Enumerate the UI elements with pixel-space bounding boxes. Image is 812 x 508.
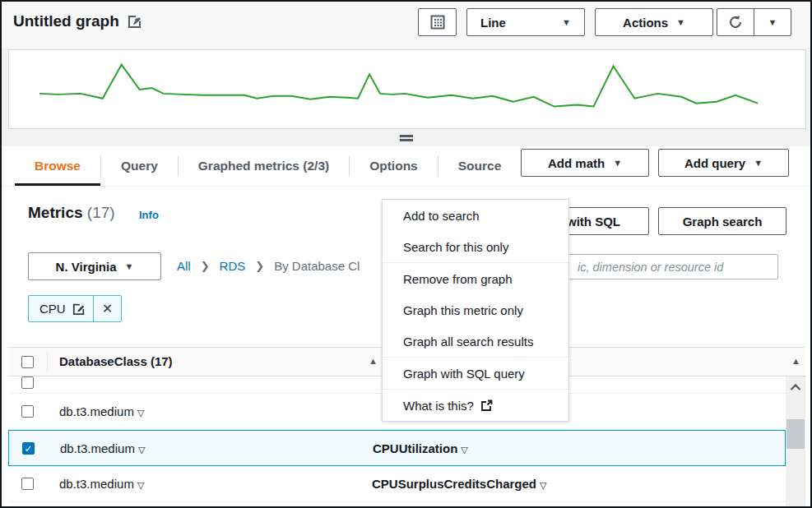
graph-search-label: Graph search — [683, 215, 763, 229]
chart-resize-handle[interactable] — [400, 135, 413, 142]
with-sql-label: with SQL — [567, 215, 620, 229]
breadcrumb-current: By Database Cl — [274, 259, 360, 273]
cell-database-class[interactable]: db.t3.medium▽ — [60, 441, 373, 455]
metric-context-menu: Add to searchSearch for this onlyRemove … — [382, 199, 569, 422]
chevron-right-icon: ❯ — [255, 260, 264, 272]
cloudwatch-metrics-window: Untitled graph Line ▼ Actions ▼ ▼ Browse… — [0, 0, 812, 508]
breadcrumb-rds[interactable]: RDS — [220, 259, 246, 273]
menu-item-remove-from-graph[interactable]: Remove from graph — [383, 263, 568, 294]
chevron-down-icon: ▼ — [768, 17, 777, 27]
table-row[interactable]: db.t3.medium▽CPUSurplusCreditsCharged▽ — [8, 466, 786, 502]
info-link[interactable]: Info — [139, 209, 159, 221]
external-link-icon — [480, 399, 493, 412]
tab-graphed-metrics-2-3[interactable]: Graphed metrics (2/3) — [179, 146, 349, 186]
row-checkbox[interactable] — [21, 376, 34, 389]
metrics-count: (17) — [87, 204, 115, 221]
breadcrumb-all[interactable]: All — [177, 259, 191, 273]
menu-item-graph-with-sql-query[interactable]: Graph with SQL query — [383, 358, 568, 389]
menu-item-graph-this-metric-only[interactable]: Graph this metric only — [383, 294, 568, 326]
refresh-button[interactable] — [717, 8, 754, 36]
breadcrumb: All ❯ RDS ❯ By Database Cl — [177, 259, 360, 273]
tab-list: BrowseQueryGraphed metrics (2/3)OptionsS… — [15, 146, 521, 186]
actions-button[interactable]: Actions ▼ — [595, 8, 713, 36]
cell-dropdown-icon[interactable]: ▽ — [137, 408, 144, 418]
metrics-heading: Metrics (17) — [28, 204, 115, 222]
remove-filter-icon[interactable]: ✕ — [94, 301, 121, 316]
row-checkbox[interactable] — [21, 405, 34, 418]
menu-item-label: Remove from graph — [403, 272, 513, 286]
chevron-right-icon: ❯ — [201, 260, 210, 272]
cell-database-class[interactable]: db.t3.medium▽ — [59, 477, 372, 491]
cell-metric-name[interactable]: CPUUtilization▽ — [373, 441, 468, 455]
number-widget-button[interactable] — [418, 8, 457, 36]
edit-title-icon[interactable] — [128, 14, 142, 29]
filter-pill-cpu: CPU ✕ — [28, 295, 122, 322]
chevron-down-icon: ▼ — [754, 158, 763, 168]
menu-item-add-to-search[interactable]: Add to search — [383, 200, 568, 231]
graph-type-select[interactable]: Line ▼ — [466, 8, 585, 36]
tab-browse[interactable]: Browse — [15, 146, 100, 186]
add-math-label: Add math — [548, 156, 605, 170]
scroll-up-icon[interactable] — [786, 381, 805, 393]
sort-asc-icon[interactable]: ▲ — [791, 356, 800, 366]
cell-dropdown-icon[interactable]: ▽ — [137, 480, 144, 490]
metric-line-chart[interactable] — [8, 49, 806, 129]
cell-database-class[interactable]: db.t3.medium▽ — [59, 404, 372, 418]
search-input[interactable] — [568, 254, 778, 279]
refresh-icon — [727, 14, 744, 30]
chevron-down-icon: ▼ — [125, 261, 134, 271]
add-math-button[interactable]: Add math ▼ — [521, 149, 649, 177]
menu-item-label: Graph all search results — [403, 335, 533, 349]
select-all-checkbox[interactable] — [21, 356, 34, 368]
grid-icon — [430, 15, 445, 30]
tab-query[interactable]: Query — [101, 146, 178, 186]
metric-name-value: CPUSurplusCreditsCharged — [372, 477, 536, 491]
cell-dropdown-icon[interactable]: ▽ — [540, 480, 546, 490]
add-query-label: Add query — [684, 156, 745, 170]
tab-options[interactable]: Options — [350, 146, 438, 186]
metrics-heading-text: Metrics — [28, 204, 83, 221]
menu-item-label: Search for this only — [403, 240, 508, 254]
menu-item-graph-all-search-results[interactable]: Graph all search results — [383, 326, 568, 357]
graph-title: Untitled graph — [13, 12, 119, 30]
region-value: N. Virginia — [56, 260, 117, 274]
cell-metric-name[interactable]: CPUSurplusCreditsCharged▽ — [372, 477, 547, 491]
menu-item-search-for-this-only[interactable]: Search for this only — [383, 231, 568, 262]
graph-search-button[interactable]: Graph search — [658, 207, 786, 235]
chevron-down-icon: ▼ — [562, 17, 571, 27]
menu-item-label: Graph with SQL query — [403, 367, 525, 381]
top-bar: Untitled graph Line ▼ Actions ▼ ▼ — [2, 2, 810, 48]
add-query-button[interactable]: Add query ▼ — [658, 149, 789, 177]
edit-filter-icon[interactable] — [72, 302, 86, 316]
database-class-value: db.t3.medium — [60, 441, 135, 455]
region-select[interactable]: N. Virginia ▼ — [28, 252, 161, 280]
cell-dropdown-icon[interactable]: ▽ — [461, 445, 467, 455]
actions-label: Actions — [623, 16, 668, 30]
database-class-value: db.t3.medium — [59, 477, 134, 491]
menu-item-what-is-this[interactable]: What is this? — [383, 390, 568, 421]
chevron-down-icon: ▼ — [676, 17, 685, 27]
chevron-down-icon: ▼ — [613, 158, 622, 168]
metric-name-value: CPUUtilization — [373, 441, 457, 455]
column-divider — [47, 351, 48, 372]
menu-item-label: Add to search — [403, 209, 480, 223]
column-header-databaseclass[interactable]: DatabaseClass (17) — [59, 354, 173, 368]
menu-item-label: Graph this metric only — [403, 303, 523, 317]
filter-pill-label: CPU — [29, 302, 72, 316]
table-row[interactable]: ✓db.t3.medium▽CPUUtilization▽ — [8, 430, 786, 466]
database-class-value: db.t3.medium — [59, 404, 134, 418]
line-chart-canvas — [9, 50, 805, 128]
scrollbar-thumb[interactable] — [786, 419, 805, 449]
row-checkbox-checked[interactable]: ✓ — [22, 442, 35, 455]
tab-source[interactable]: Source — [438, 146, 522, 186]
graph-type-value: Line — [480, 16, 506, 30]
sort-asc-icon[interactable]: ▲ — [369, 356, 378, 366]
vertical-scrollbar[interactable] — [786, 376, 805, 506]
row-checkbox[interactable] — [21, 478, 34, 490]
refresh-options-button[interactable]: ▼ — [754, 8, 791, 36]
menu-item-label: What is this? — [403, 399, 474, 413]
cell-dropdown-icon[interactable]: ▽ — [138, 445, 145, 455]
